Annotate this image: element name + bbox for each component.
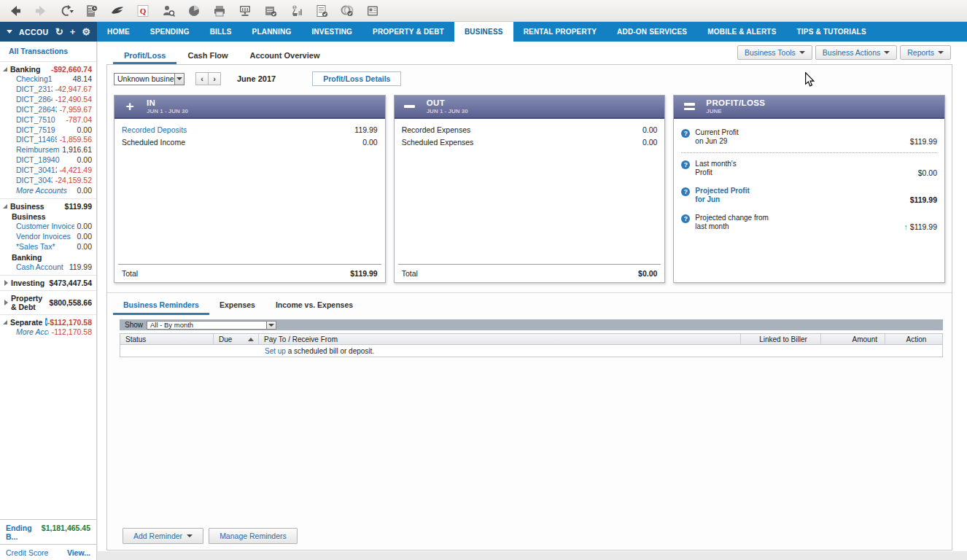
sidebar-property-debt-header[interactable]: Property & Debt $800,558.66 <box>0 293 96 312</box>
help-icon[interactable]: ? <box>681 187 690 196</box>
tab-rental-property[interactable]: RENTAL PROPERTY <box>513 22 607 42</box>
find-person-icon[interactable] <box>160 3 176 19</box>
help-icon[interactable]: ? <box>681 129 690 138</box>
tab-business-reminders[interactable]: Business Reminders <box>113 295 209 315</box>
reports-pie-icon[interactable] <box>186 3 202 19</box>
next-month-button[interactable]: › <box>208 72 221 85</box>
sidebar-banking-header[interactable]: Banking -$92,660.74 <box>0 64 96 74</box>
sidebar-account-dict30412[interactable]: DICT_30412-4,421.49 <box>0 166 96 176</box>
profit-loss-details-button[interactable]: Profit/Loss Details <box>312 71 401 86</box>
bill-check-icon[interactable] <box>263 3 279 19</box>
projected-profit-link[interactable]: Projected Profitfor Jun <box>695 187 749 204</box>
business-tools-button[interactable]: Business Tools <box>737 45 812 60</box>
investment-growth-icon[interactable]: $ <box>288 3 304 19</box>
sidebar-banking-more-accounts[interactable]: More Accounts0.00 <box>0 186 96 196</box>
dropdown-arrow-icon[interactable] <box>174 74 184 85</box>
sidebar-account-dict7510[interactable]: DICT_7510-787.04 <box>0 115 96 125</box>
subtab-profit-loss[interactable]: Profit/Loss <box>113 46 176 64</box>
manage-reminders-button[interactable]: Manage Reminders <box>209 528 298 544</box>
help-icon[interactable]: ? <box>681 160 690 169</box>
accounts-bar[interactable]: ACCOUNTS ↻ + ⚙ <box>0 22 97 42</box>
tab-mobile-alerts[interactable]: MOBILE & ALERTS <box>697 22 786 42</box>
add-reminder-button[interactable]: Add Reminder <box>123 528 203 544</box>
column-status[interactable]: Status <box>120 334 214 344</box>
flyer-icon[interactable] <box>109 3 125 19</box>
account-label[interactable]: Cash Account <box>16 263 63 272</box>
address-book-icon[interactable] <box>365 3 381 19</box>
tab-business[interactable]: BUSINESS <box>454 22 513 42</box>
accounts-settings-icon[interactable]: ⚙ <box>82 27 90 36</box>
sidebar-account-cash-account[interactable]: Cash Account119.99 <box>0 262 96 273</box>
account-label[interactable]: DICT_28646 <box>16 96 53 104</box>
sync-check-icon[interactable] <box>339 3 355 19</box>
account-label[interactable]: DICT_30412 <box>16 166 57 175</box>
set-up-link[interactable]: Set up <box>265 347 286 355</box>
sidebar-account-dict28643[interactable]: DICT_28643-7,959.67 <box>0 105 96 115</box>
sidebar-account-dict7519[interactable]: DICT_75190.00 <box>0 125 96 135</box>
tab-bills[interactable]: BILLS <box>200 22 242 42</box>
print-icon[interactable] <box>211 3 228 19</box>
recorded-deposits-link[interactable]: Recorded Deposits <box>122 125 187 134</box>
sidebar-account-customer-invoices[interactable]: Customer Invoices0.00 <box>0 222 96 232</box>
sidebar-account-vendor-invoices[interactable]: Vendor Invoices0.00 <box>0 232 96 242</box>
sidebar-account-reimbursements[interactable]: Reimburseme...1,916.61 <box>0 145 96 155</box>
sidebar-account-dict30436[interactable]: DICT_30436-24,159.52 <box>0 176 96 186</box>
tab-home[interactable]: HOME <box>97 22 140 42</box>
sidebar-separate-more-accounts[interactable]: More Accounts-112,170.58 <box>0 327 96 338</box>
sidebar-investing-header[interactable]: Investing $473,447.54 <box>0 278 96 288</box>
account-label[interactable]: DICT_11469 <box>16 136 57 144</box>
tab-investing[interactable]: INVESTING <box>301 22 362 42</box>
expand-open-icon[interactable] <box>3 320 7 324</box>
expand-open-icon[interactable] <box>3 204 7 209</box>
subtab-cash-flow[interactable]: Cash Flow <box>176 46 238 64</box>
column-linked-to-biller[interactable]: Linked to Biller <box>741 334 821 344</box>
account-label[interactable]: DICT_7510 <box>16 116 55 125</box>
column-due[interactable]: Due <box>214 334 259 344</box>
credit-score-view-link[interactable]: View... <box>67 548 90 557</box>
previous-month-button[interactable]: ‹ <box>195 72 209 85</box>
online-center-icon[interactable] <box>237 3 253 19</box>
account-label[interactable]: DICT_18940 <box>16 156 60 165</box>
account-label[interactable]: Reimburseme... <box>16 146 59 155</box>
reports-button[interactable]: Reports <box>900 45 951 60</box>
accounts-add-icon[interactable]: + <box>70 27 76 36</box>
account-label[interactable]: *Sales Tax* <box>16 243 55 252</box>
sidebar-account-sales-tax[interactable]: *Sales Tax*0.00 <box>0 242 96 252</box>
tab-spending[interactable]: SPENDING <box>140 22 200 42</box>
accounts-refresh-icon[interactable]: ↻ <box>55 27 63 36</box>
accounts-caret-icon[interactable] <box>7 30 12 34</box>
account-label[interactable]: Customer Invoices <box>16 222 74 231</box>
more-accounts-link[interactable]: More Accounts <box>16 328 49 337</box>
one-step-update-icon[interactable] <box>58 3 74 19</box>
tab-addon-services[interactable]: ADD-ON SERVICES <box>607 22 697 42</box>
account-label[interactable]: DICT_28643 <box>16 106 57 114</box>
business-filter-dropdown[interactable]: Unknown business <box>114 73 185 85</box>
expand-closed-icon[interactable] <box>4 280 8 286</box>
sidebar-account-checking1[interactable]: Checking148.14 <box>0 74 96 85</box>
tab-income-vs-expenses[interactable]: Income vs. Expenses <box>265 295 363 315</box>
account-label[interactable]: DICT_30436 <box>16 176 53 185</box>
back-icon[interactable] <box>7 3 23 19</box>
more-accounts-link[interactable]: More Accounts <box>16 187 67 195</box>
sidebar-account-dict18940[interactable]: DICT_189400.00 <box>0 155 96 166</box>
account-label[interactable]: Checking1 <box>16 75 53 84</box>
credit-score-row[interactable]: Credit Score View... <box>0 544 96 560</box>
sidebar-separate-header[interactable]: Separate i -$112,170.58 <box>0 317 96 327</box>
column-amount[interactable]: Amount <box>821 334 885 344</box>
expand-closed-icon[interactable] <box>4 300 8 306</box>
sidebar-all-transactions[interactable]: All Transactions <box>0 42 96 59</box>
account-label[interactable]: DICT_23132 <box>16 85 53 94</box>
business-actions-button[interactable]: Business Actions <box>815 45 897 60</box>
quicken-q-icon[interactable]: Q <box>135 3 151 19</box>
tab-planning[interactable]: PLANNING <box>242 22 302 42</box>
tab-tips-tutorials[interactable]: TIPS & TUTORIALS <box>787 22 877 42</box>
tab-expenses[interactable]: Expenses <box>209 295 265 315</box>
help-icon[interactable]: ? <box>681 214 690 223</box>
sidebar-account-dict28646[interactable]: DICT_28646-12,490.54 <box>0 95 96 105</box>
account-label[interactable]: Vendor Invoices <box>16 233 71 241</box>
sidebar-account-dict23132[interactable]: DICT_23132-42,947.67 <box>0 85 96 95</box>
sidebar-business-header[interactable]: Business $119.99 <box>0 201 96 211</box>
task-list-icon[interactable] <box>314 3 330 19</box>
account-label[interactable]: DICT_7519 <box>16 126 55 135</box>
tab-property-debt[interactable]: PROPERTY & DEBT <box>362 22 454 42</box>
